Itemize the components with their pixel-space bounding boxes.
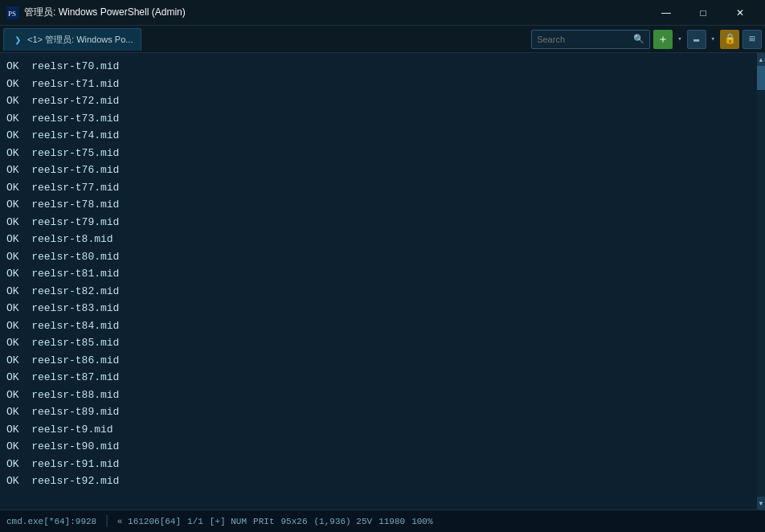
terminal-line: OK reelsr-t86.mid	[6, 352, 755, 370]
window-controls: — □ ✕	[648, 0, 759, 26]
terminal-line: OK reelsr-t89.mid	[6, 403, 755, 421]
tab-1-label: <1> 管理员: Windows Po...	[27, 34, 133, 46]
terminal-line: OK reelsr-t80.mid	[6, 248, 755, 266]
status-process: cmd.exe[*64]:9928	[6, 517, 96, 526]
terminal-line: OK reelsr-t82.mid	[6, 283, 755, 301]
terminal-line: OK reelsr-t92.mid	[6, 473, 755, 490]
scrollbar-thumb[interactable]	[757, 66, 765, 90]
lock-button[interactable]: 🔒	[720, 30, 739, 49]
status-coords: (1,936) 25V	[314, 517, 373, 526]
search-box[interactable]: 🔍	[531, 30, 650, 49]
terminal-line: OK reelsr-t88.mid	[6, 387, 755, 404]
scrollbar-down[interactable]: ▼	[757, 497, 765, 509]
add-tab-button[interactable]: ＋	[653, 30, 673, 49]
status-position: « 161206[64]	[117, 517, 181, 526]
search-icon[interactable]: 🔍	[633, 34, 644, 44]
terminal-line: OK reelsr-t87.mid	[6, 369, 755, 387]
search-input[interactable]	[537, 35, 633, 44]
terminal-line: OK reelsr-t71.mid	[6, 76, 755, 93]
scrollbar-up[interactable]: ▲	[757, 53, 765, 66]
status-zoom: 11980	[378, 517, 405, 526]
tab-bar: ❯ <1> 管理员: Windows Po... 🔍 ＋ ▾ ▬ ▾ 🔒 ⊞	[0, 26, 765, 53]
svg-text:PS: PS	[8, 10, 16, 18]
terminal-line: OK reelsr-t72.mid	[6, 92, 755, 110]
powershell-icon: PS	[6, 6, 19, 19]
terminal-line: OK reelsr-t70.mid	[6, 58, 755, 76]
scrollbar: ▲ ▼	[757, 53, 765, 509]
terminal-line: OK reelsr-t77.mid	[6, 179, 755, 197]
terminal-line: OK reelsr-t75.mid	[6, 145, 755, 162]
tab-dropdown-arrow[interactable]: ▾	[676, 35, 683, 43]
terminal-line: OK reelsr-t76.mid	[6, 162, 755, 179]
status-size: 95x26	[280, 517, 307, 526]
terminal-line: OK reelsr-t83.mid	[6, 300, 755, 317]
tab-1[interactable]: ❯ <1> 管理员: Windows Po...	[3, 28, 141, 51]
terminal-line: OK reelsr-t78.mid	[6, 196, 755, 214]
minimize-button[interactable]: —	[648, 0, 685, 26]
close-button[interactable]: ✕	[722, 0, 759, 26]
terminal-line: OK reelsr-t81.mid	[6, 265, 755, 283]
terminal-line: OK reelsr-t90.mid	[6, 438, 755, 456]
terminal-line: OK reelsr-t74.mid	[6, 127, 755, 145]
status-percent: 100%	[411, 517, 432, 526]
status-bar: cmd.exe[*64]:9928 | « 161206[64] 1/1 [+]…	[0, 509, 765, 532]
pane-button[interactable]: ▬	[687, 30, 706, 49]
status-mode: [+] NUM	[210, 517, 247, 526]
terminal-line: OK reelsr-t85.mid	[6, 334, 755, 352]
terminal-content: OK reelsr-t70.midOK reelsr-t71.midOK ree…	[0, 53, 765, 509]
layout-button[interactable]: ⊞	[742, 30, 762, 49]
terminal-line: OK reelsr-t73.mid	[6, 110, 755, 128]
maximize-button[interactable]: □	[685, 0, 722, 26]
terminal-line: OK reelsr-t8.mid	[6, 231, 755, 248]
pane-dropdown-arrow[interactable]: ▾	[710, 35, 717, 43]
tab-search-area: 🔍 ＋ ▾ ▬ ▾ 🔒 ⊞	[531, 30, 762, 49]
terminal-line: OK reelsr-t79.mid	[6, 214, 755, 231]
terminal-lines: OK reelsr-t70.midOK reelsr-t71.midOK ree…	[0, 55, 762, 508]
title-bar: PS 管理员: Windows PowerShell (Admin) — □ ✕	[0, 0, 765, 26]
window-title: 管理员: Windows PowerShell (Admin)	[24, 6, 648, 19]
terminal-line: OK reelsr-t9.mid	[6, 421, 755, 439]
terminal-line: OK reelsr-t91.mid	[6, 456, 755, 473]
status-pri: PRIt	[253, 517, 274, 526]
status-page: 1/1	[187, 517, 203, 526]
terminal-line: OK reelsr-t84.mid	[6, 317, 755, 335]
tab-terminal-icon: ❯	[12, 34, 23, 45]
